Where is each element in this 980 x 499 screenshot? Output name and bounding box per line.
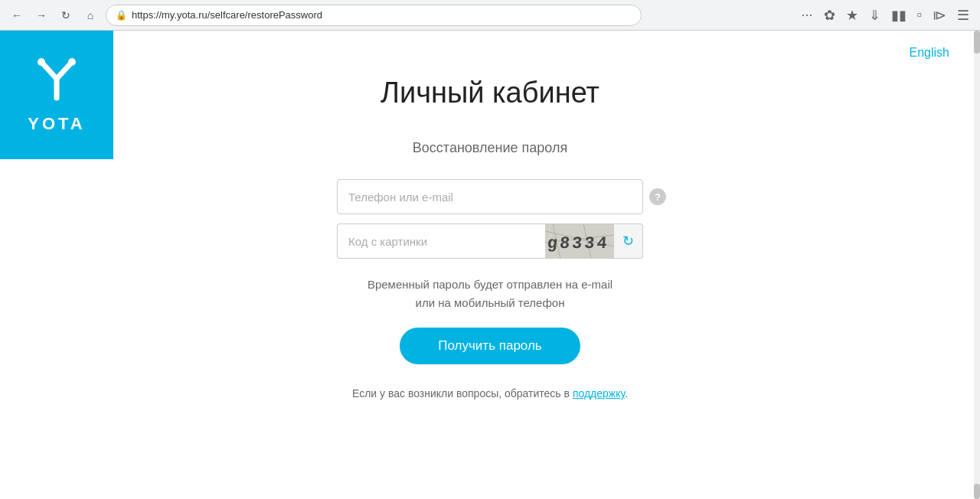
library-button[interactable]: ▮▮	[888, 5, 910, 25]
svg-text:g8334: g8334	[547, 234, 610, 253]
svg-point-3	[38, 58, 45, 66]
yota-logo-icon	[34, 56, 80, 102]
scrollbar-thumb-bottom	[974, 484, 980, 499]
svg-point-4	[68, 58, 76, 66]
download-button[interactable]: ⇓	[866, 5, 884, 25]
reader-button[interactable]: ☰	[954, 5, 972, 25]
lock-icon: 🔒	[116, 10, 127, 21]
home-button[interactable]: ⌂	[81, 6, 100, 24]
support-link[interactable]: поддержку	[573, 387, 625, 400]
pocket-button[interactable]: ✿	[821, 5, 838, 25]
support-text: Если у вас возникли вопросы, обратитесь …	[352, 387, 628, 400]
page-title: Личный кабинет	[381, 77, 599, 109]
browser-chrome: ← → ↻ ⌂ 🔒 https://my.yota.ru/selfcare/re…	[0, 0, 980, 31]
support-text-after: .	[625, 387, 628, 400]
logo-text: YOTA	[28, 114, 85, 134]
screenshot-button[interactable]: ▫	[914, 5, 925, 24]
info-line2: или на мобильный телефон	[416, 296, 565, 309]
language-switcher[interactable]: English	[910, 46, 949, 60]
scrollbar-thumb-top	[974, 31, 980, 54]
address-bar[interactable]: 🔒 https://my.yota.ru/selfcare/restorePas…	[106, 5, 642, 26]
page-subtitle: Восстановление пароля	[413, 140, 567, 156]
more-button[interactable]: ···	[799, 5, 816, 24]
forward-button[interactable]: →	[32, 6, 51, 24]
info-line1: Временный пароль будет отправлен на e-ma…	[368, 278, 612, 291]
captcha-row: g8334 ↻	[337, 223, 643, 259]
submit-button[interactable]: Получить пароль	[400, 328, 580, 364]
main-content: Личный кабинет Восстановление пароля ?	[0, 31, 980, 430]
star-button[interactable]: ★	[843, 5, 861, 25]
browser-actions: ··· ✿ ★ ⇓ ▮▮ ▫ ⧐ ☰	[799, 5, 972, 25]
phone-email-row: ?	[337, 179, 643, 214]
info-text: Временный пароль будет отправлен на e-ma…	[368, 276, 612, 312]
back-button[interactable]: ←	[8, 6, 26, 24]
refresh-button[interactable]: ↻	[57, 6, 75, 24]
scrollbar-track[interactable]	[974, 31, 980, 499]
help-icon[interactable]: ?	[649, 188, 666, 205]
captcha-refresh-button[interactable]: ↻	[614, 223, 643, 259]
logo-container: YOTA	[0, 31, 113, 159]
logo-symbol	[34, 56, 80, 108]
bookmark-button[interactable]: ⧐	[929, 5, 949, 25]
page-content: YOTA English Личный кабинет Восстановлен…	[0, 31, 980, 499]
url-text: https://my.yota.ru/selfcare/restorePassw…	[132, 9, 632, 21]
phone-email-input[interactable]	[337, 179, 643, 214]
support-text-before: Если у вас возникли вопросы, обратитесь …	[352, 387, 573, 400]
captcha-image: g8334	[545, 223, 614, 259]
restore-password-form: ? g8334 ↻	[337, 179, 643, 364]
captcha-input[interactable]	[337, 223, 545, 259]
